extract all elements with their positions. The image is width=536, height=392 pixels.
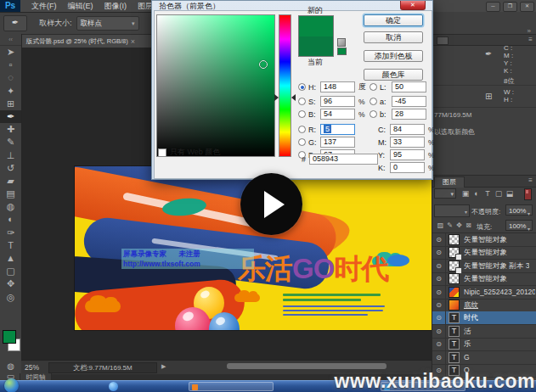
field-input[interactable]: 5 bbox=[320, 124, 355, 135]
restore-button[interactable]: ❐ bbox=[503, 2, 517, 12]
field-input[interactable]: 0 bbox=[390, 162, 425, 173]
field-input[interactable]: -45 bbox=[392, 96, 426, 107]
radio-button[interactable] bbox=[370, 110, 377, 118]
ok-button[interactable]: 确定 bbox=[364, 14, 423, 26]
close-tab-icon[interactable]: × bbox=[131, 37, 135, 46]
shape-tool[interactable]: ▢ bbox=[0, 265, 21, 277]
field-input[interactable]: 33 bbox=[390, 137, 425, 148]
quick-mask-icon[interactable]: ◍ bbox=[0, 361, 21, 371]
lock-all-icon[interactable]: ⊠ bbox=[464, 220, 473, 231]
play-button[interactable] bbox=[240, 173, 302, 235]
path-selection-tool[interactable]: ▲ bbox=[0, 252, 21, 265]
radio-button[interactable] bbox=[370, 98, 377, 105]
layer-visibility-eye-icon[interactable]: ⊙ bbox=[432, 325, 446, 338]
foreground-color-swatch[interactable] bbox=[3, 330, 16, 344]
hue-slider-marker[interactable] bbox=[274, 94, 279, 101]
add-to-swatches-button[interactable]: 添加到色板 bbox=[364, 50, 423, 62]
marquee-tool[interactable]: ▫ bbox=[0, 59, 21, 71]
lock-transparent-icon[interactable]: ▨ bbox=[436, 220, 445, 231]
layers-panel-menu-icon[interactable]: ≡ bbox=[528, 176, 533, 184]
layer-row[interactable]: ⊙矢量智能对象 bbox=[432, 272, 536, 286]
dodge-tool[interactable]: ◐ bbox=[0, 213, 21, 226]
collapse-toolbar-icon[interactable]: ‹‹ bbox=[0, 34, 21, 46]
type-tool[interactable]: T bbox=[0, 239, 21, 252]
quick-selection-tool[interactable]: ✦ bbox=[0, 85, 21, 98]
move-tool[interactable]: ➤ bbox=[0, 46, 21, 59]
layer-filter-dropdown[interactable]: ▾ bbox=[434, 188, 456, 199]
lock-image-icon[interactable]: ✎ bbox=[445, 220, 454, 231]
layer-row[interactable]: ⊙T活 bbox=[432, 325, 536, 339]
menu-item-1[interactable]: 编辑(E) bbox=[68, 1, 93, 12]
healing-brush-tool[interactable]: ✚ bbox=[0, 123, 21, 136]
radio-button[interactable] bbox=[298, 126, 306, 133]
field-input[interactable]: 137 bbox=[320, 137, 355, 148]
start-button[interactable] bbox=[4, 378, 19, 392]
history-brush-tool[interactable]: ↺ bbox=[0, 162, 21, 175]
gradient-tool[interactable]: ▤ bbox=[0, 188, 21, 200]
info-panel-tab-icon[interactable] bbox=[437, 36, 449, 45]
filter-adjustment-layers-icon[interactable]: ◐ bbox=[471, 188, 482, 199]
blend-mode-dropdown[interactable]: ▾ bbox=[434, 204, 470, 217]
menu-item-2[interactable]: 图像(I) bbox=[104, 1, 127, 12]
filter-smart-objects-icon[interactable]: ⬓ bbox=[505, 188, 515, 199]
color-field[interactable] bbox=[156, 14, 275, 157]
zoom-tool[interactable]: ◎ bbox=[0, 291, 21, 304]
crop-tool[interactable]: ⊞ bbox=[0, 98, 21, 110]
cancel-button[interactable]: 取消 bbox=[364, 31, 423, 43]
layer-visibility-eye-icon[interactable]: ⊙ bbox=[432, 233, 446, 246]
radio-button[interactable] bbox=[298, 98, 306, 105]
eraser-tool[interactable]: ▰ bbox=[0, 175, 21, 188]
layer-visibility-eye-icon[interactable]: ⊙ bbox=[432, 286, 446, 299]
web-safe-cube-icon[interactable] bbox=[337, 38, 346, 47]
field-input[interactable]: 96 bbox=[320, 96, 355, 107]
panel-menu-icon[interactable]: ≡ bbox=[528, 36, 533, 43]
status-expand-icon[interactable]: ▶ bbox=[161, 363, 166, 370]
field-input[interactable]: 54 bbox=[320, 109, 355, 120]
layer-visibility-eye-icon[interactable]: ⊙ bbox=[432, 299, 446, 311]
current-color-swatch[interactable] bbox=[299, 36, 333, 57]
layer-filter-toggle[interactable] bbox=[524, 188, 532, 200]
brush-tool[interactable]: ✎ bbox=[0, 136, 21, 148]
layer-row[interactable]: ⊙TG bbox=[432, 351, 536, 365]
radio-button[interactable] bbox=[370, 83, 377, 91]
web-only-checkbox[interactable] bbox=[158, 148, 166, 157]
minimize-button[interactable]: ─ bbox=[486, 2, 500, 12]
sample-size-dropdown[interactable]: 取样点 ▾ bbox=[76, 16, 139, 31]
color-libraries-button[interactable]: 颜色库 bbox=[364, 69, 423, 81]
layer-row[interactable]: ⊙矢量智能对象 bbox=[432, 246, 536, 260]
menu-item-0[interactable]: 文件(F) bbox=[31, 1, 57, 12]
fill-value[interactable]: 100%▾ bbox=[505, 220, 533, 231]
radio-button[interactable] bbox=[298, 83, 306, 91]
layer-visibility-eye-icon[interactable]: ⊙ bbox=[432, 311, 446, 324]
lasso-tool[interactable]: ◌ bbox=[0, 71, 21, 84]
layer-row[interactable]: ⊙矢量智能对象 bbox=[432, 233, 536, 247]
taskbar-app-icon[interactable] bbox=[109, 382, 118, 391]
layer-visibility-eye-icon[interactable]: ⊙ bbox=[432, 338, 446, 350]
layer-visibility-eye-icon[interactable]: ⊙ bbox=[432, 246, 446, 259]
color-field-marker[interactable] bbox=[259, 60, 268, 69]
clone-stamp-tool[interactable]: ⊥ bbox=[0, 149, 21, 162]
field-input[interactable]: 28 bbox=[392, 109, 426, 120]
filter-pixel-layers-icon[interactable]: ▣ bbox=[460, 188, 471, 199]
eyedropper-tool[interactable]: ✒ bbox=[0, 110, 21, 123]
close-button[interactable]: ✕ bbox=[520, 2, 534, 12]
field-input[interactable]: 148 bbox=[320, 81, 355, 92]
hand-tool[interactable]: ✥ bbox=[0, 277, 21, 290]
layer-row[interactable]: ⊙Nipic_5252423_201208... bbox=[432, 286, 536, 300]
eyedropper-tool-icon[interactable]: ✒ bbox=[3, 15, 27, 31]
lock-position-icon[interactable]: ✥ bbox=[454, 220, 464, 231]
dialog-close-button[interactable]: ✕ bbox=[400, 1, 426, 10]
web-safe-swatch[interactable] bbox=[337, 48, 347, 55]
field-input[interactable]: 95 bbox=[390, 149, 425, 160]
filter-type-layers-icon[interactable]: T bbox=[482, 188, 493, 199]
field-input[interactable]: 50 bbox=[392, 81, 426, 92]
layer-visibility-eye-icon[interactable]: ⊙ bbox=[432, 260, 446, 272]
layer-visibility-eye-icon[interactable]: ⊙ bbox=[432, 351, 446, 364]
filter-shape-layers-icon[interactable]: ▢ bbox=[494, 188, 504, 199]
horizontal-scrollbar[interactable] bbox=[227, 363, 386, 369]
layer-row[interactable]: ⊙底纹 bbox=[432, 299, 536, 312]
layer-row[interactable]: ⊙T时代 bbox=[432, 311, 536, 325]
layer-row[interactable]: ⊙矢量智能对象 副本 3 bbox=[432, 260, 536, 273]
opacity-value[interactable]: 100%▾ bbox=[505, 204, 533, 216]
taskbar-app-button[interactable] bbox=[189, 382, 274, 391]
